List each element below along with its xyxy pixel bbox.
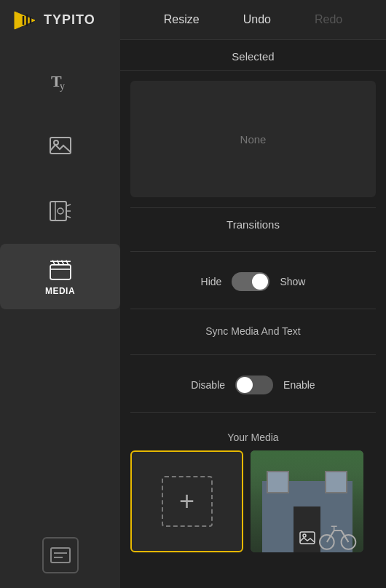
divider-1 bbox=[130, 207, 376, 208]
your-media-label: Your Media bbox=[120, 432, 386, 443]
transitions-label: Transitions bbox=[120, 218, 386, 231]
resize-button[interactable]: Resize bbox=[157, 9, 207, 31]
sidebar: TYPITO T y bbox=[0, 0, 120, 588]
hide-show-toggle-row: Hide Show bbox=[120, 272, 386, 291]
main-content: Resize Undo Redo Selected None Transitio… bbox=[120, 0, 386, 588]
svg-rect-21 bbox=[51, 548, 70, 563]
svg-text:y: y bbox=[60, 81, 65, 92]
toggle-knob-2 bbox=[237, 377, 253, 393]
disable-enable-toggle-row: Disable Enable bbox=[120, 376, 386, 394]
top-bar: Resize Undo Redo bbox=[120, 0, 386, 40]
show-label: Show bbox=[280, 276, 305, 287]
divider-3 bbox=[130, 309, 376, 309]
enable-label: Enable bbox=[283, 379, 315, 391]
toggle-knob bbox=[252, 274, 268, 290]
undo-button[interactable]: Undo bbox=[236, 9, 278, 31]
preview-none-label: None bbox=[240, 133, 267, 146]
divider-5 bbox=[130, 412, 376, 413]
text-icon: T y bbox=[48, 68, 73, 92]
logo-text: TYPITO bbox=[44, 12, 95, 28]
divider-4 bbox=[130, 354, 376, 355]
captions-icon bbox=[50, 547, 71, 563]
disable-enable-toggle[interactable] bbox=[235, 376, 273, 394]
media-icon bbox=[48, 257, 73, 282]
house-window-right bbox=[325, 471, 347, 493]
audio-icon bbox=[48, 199, 73, 223]
bike-svg bbox=[318, 522, 358, 551]
svg-rect-6 bbox=[50, 138, 71, 154]
add-media-button[interactable]: + bbox=[130, 450, 243, 552]
svg-rect-14 bbox=[50, 265, 71, 279]
hide-show-toggle[interactable] bbox=[232, 272, 269, 291]
sidebar-item-text[interactable]: T y bbox=[0, 47, 120, 113]
image-icon bbox=[48, 133, 73, 158]
captions-icon-btn[interactable] bbox=[42, 537, 79, 573]
hide-label: Hide bbox=[201, 276, 222, 287]
media-thumbnail-1[interactable] bbox=[251, 450, 363, 552]
svg-point-10 bbox=[58, 208, 63, 214]
sidebar-item-image[interactable] bbox=[0, 113, 120, 178]
sidebar-item-media-label: MEDIA bbox=[45, 286, 75, 296]
sync-label: Sync Media And Text bbox=[120, 325, 386, 337]
logo-area: TYPITO bbox=[0, 0, 120, 40]
svg-marker-0 bbox=[15, 12, 35, 29]
sidebar-item-audio[interactable] bbox=[0, 178, 120, 244]
add-plus-icon: + bbox=[179, 488, 194, 514]
media-grid: + bbox=[120, 450, 386, 563]
media-thumb-icon bbox=[299, 531, 315, 548]
image-thumb-icon bbox=[299, 531, 315, 544]
sidebar-icons: T y bbox=[0, 47, 120, 309]
redo-button[interactable]: Redo bbox=[307, 9, 350, 31]
svg-rect-28 bbox=[300, 532, 315, 544]
sidebar-item-media[interactable]: MEDIA bbox=[0, 244, 120, 309]
logo-icon bbox=[13, 10, 39, 31]
selected-title: Selected bbox=[120, 40, 386, 71]
svg-point-7 bbox=[54, 140, 58, 145]
add-media-inner: + bbox=[162, 476, 213, 527]
preview-area: None bbox=[130, 81, 376, 197]
house-window-left bbox=[267, 471, 289, 493]
divider-2 bbox=[130, 251, 376, 252]
sidebar-bottom bbox=[0, 537, 120, 588]
disable-label: Disable bbox=[191, 379, 225, 391]
svg-point-29 bbox=[303, 534, 306, 537]
bike-area bbox=[318, 520, 358, 551]
